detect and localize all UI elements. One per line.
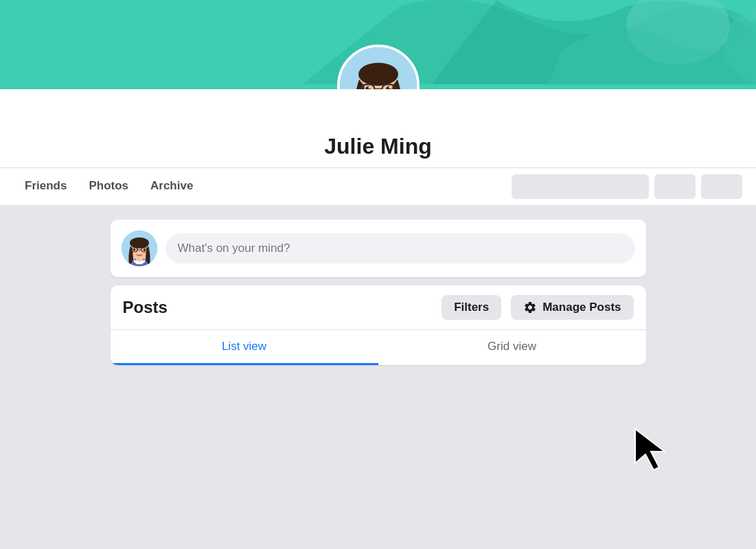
view-tabs: List view Grid view — [111, 330, 646, 365]
profile-name: Julie Ming — [0, 134, 756, 159]
placeholder-btn-3 — [701, 174, 742, 199]
placeholder-btn-1 — [512, 174, 649, 199]
svg-point-26 — [143, 248, 146, 251]
posts-section: Posts Filters Manage Posts List view Gri… — [111, 285, 646, 365]
profile-name-area: Julie Ming — [0, 89, 756, 168]
nav-right-actions — [512, 174, 742, 199]
what-on-your-mind-input[interactable] — [165, 233, 635, 264]
main-content: Posts Filters Manage Posts List view Gri… — [0, 206, 756, 379]
nav-tabs: Friends Photos Archive — [14, 171, 512, 203]
svg-point-25 — [133, 248, 135, 251]
filters-button[interactable]: Filters — [442, 295, 501, 320]
svg-point-15 — [368, 86, 370, 89]
svg-point-21 — [130, 237, 149, 248]
profile-nav: Friends Photos Archive — [0, 168, 756, 206]
svg-point-16 — [389, 86, 391, 89]
tab-archive[interactable]: Archive — [139, 171, 204, 203]
tab-photos[interactable]: Photos — [78, 171, 139, 203]
gear-icon — [523, 301, 537, 314]
svg-marker-28 — [635, 429, 665, 470]
posts-title: Posts — [123, 298, 433, 317]
manage-posts-button[interactable]: Manage Posts — [511, 295, 633, 320]
placeholder-btn-2 — [654, 174, 696, 199]
tab-list-view[interactable]: List view — [111, 330, 378, 365]
manage-posts-label: Manage Posts — [542, 301, 621, 314]
post-composer[interactable] — [111, 220, 646, 277]
composer-avatar — [122, 231, 157, 266]
mouse-cursor — [632, 425, 673, 476]
posts-header: Posts Filters Manage Posts — [111, 285, 646, 330]
cover-photo — [0, 0, 756, 89]
tab-friends[interactable]: Friends — [14, 171, 78, 203]
tab-grid-view[interactable]: Grid view — [378, 330, 646, 365]
